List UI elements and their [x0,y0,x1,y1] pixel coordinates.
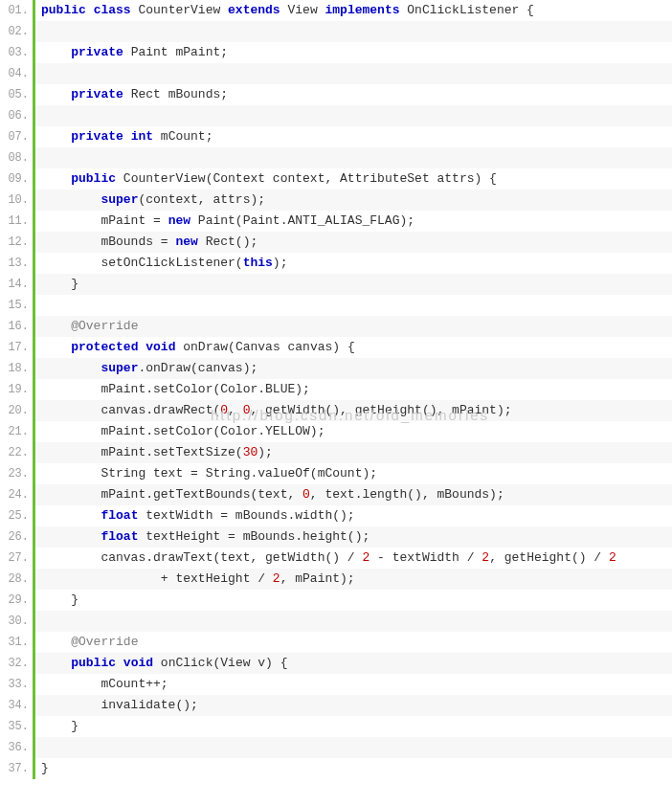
code-line [35,611,672,632]
code-line [35,21,672,42]
token-kw: super [101,192,138,207]
token-txt [41,171,71,186]
code-line: float textHeight = mBounds.height(); [35,526,672,548]
token-kw: float [101,508,138,523]
line-number: 29. [0,590,29,611]
line-number: 23. [0,463,29,484]
token-txt: CounterView [131,3,228,17]
token-txt: Rect mBounds; [123,87,228,101]
token-txt [41,529,101,544]
token-txt [41,635,71,649]
token-num: 2 [482,550,489,565]
token-num: 0 [220,403,228,417]
token-txt: , getHeight() / [489,550,609,565]
token-kw: private [71,45,123,59]
code-line: super.onDraw(canvas); [35,358,672,379]
line-number: 08. [0,147,29,168]
line-number: 13. [0,253,29,274]
token-kw: implements [325,3,399,17]
code-line: @Override [35,632,672,653]
line-number: 15. [0,295,29,316]
token-txt: + textHeight / [41,571,273,586]
token-txt: OnClickListener { [400,3,534,17]
code-line: } [35,590,672,611]
line-number: 19. [0,379,29,400]
token-kw: class [94,3,131,17]
token-kw: new [175,235,197,249]
token-num: 2 [609,550,616,565]
token-kw: float [101,529,138,544]
token-annot: @Override [71,319,138,333]
token-txt: textWidth = mBounds.width(); [138,508,354,523]
token-txt: (context, attrs); [138,192,265,207]
code-line: private int mCount; [35,126,672,147]
code-line: String text = String.valueOf(mCount); [35,463,672,484]
code-line: mCount++; [35,674,672,695]
code-line: mPaint = new Paint(Paint.ANTI_ALIAS_FLAG… [35,211,672,232]
line-number: 31. [0,632,29,653]
token-txt [86,3,94,17]
token-txt [123,129,131,144]
token-txt [41,129,71,144]
token-txt: ); [273,256,288,270]
code-line: setOnClickListener(this); [35,253,672,274]
token-txt [41,319,71,333]
code-line: protected void onDraw(Canvas canvas) { [35,337,672,358]
token-kw: super [101,361,138,375]
token-txt [41,45,71,59]
line-number: 35. [0,716,29,737]
code-line: private Rect mBounds; [35,84,672,105]
token-txt: String text = String.valueOf(mCount); [41,466,377,481]
token-txt: } [41,761,49,775]
token-txt: View [280,3,325,17]
code-line: public class CounterView extends View im… [35,0,672,21]
code-line [35,295,672,316]
token-kw: private [71,129,123,144]
token-txt [41,361,101,375]
token-txt [116,656,123,670]
line-number: 06. [0,105,29,126]
line-number: 16. [0,316,29,337]
line-number: 10. [0,190,29,211]
token-kw: this [243,256,273,270]
token-txt [41,87,71,101]
code-line [35,737,672,758]
line-number: 37. [0,758,29,779]
code-line: + textHeight / 2, mPaint); [35,569,672,590]
line-number: 24. [0,484,29,505]
token-txt: setOnClickListener( [41,256,243,270]
line-number: 33. [0,674,29,695]
code-line: mPaint.getTextBounds(text, 0, text.lengt… [35,484,672,505]
token-kw: new [168,213,190,228]
token-txt: canvas.drawRect( [41,403,220,417]
token-txt: onDraw(Canvas canvas) { [175,340,354,354]
code-line: mPaint.setColor(Color.YELLOW); [35,421,672,442]
line-number: 11. [0,211,29,232]
line-number: 25. [0,505,29,526]
line-number: 30. [0,611,29,632]
code-line: invalidate(); [35,695,672,716]
token-txt [41,192,101,207]
token-txt: mBounds = [41,235,175,249]
token-txt: mCount; [153,129,213,144]
token-kw: int [131,129,153,144]
token-kw: extends [228,3,280,17]
code-line: private Paint mPaint; [35,42,672,63]
token-txt: } [41,277,78,291]
line-number-gutter: 01.02.03.04.05.06.07.08.09.10.11.12.13.1… [0,0,33,779]
code-line [35,63,672,84]
token-kw: public [71,656,116,670]
token-kw: void [123,656,153,670]
code-line: } [35,758,672,779]
token-txt: , text.length(), mBounds); [310,487,504,502]
token-txt: mPaint = [41,213,168,228]
line-number: 14. [0,274,29,295]
line-number: 21. [0,421,29,442]
token-num: 0 [302,487,310,502]
line-number: 28. [0,569,29,590]
line-number: 03. [0,42,29,63]
token-txt: textHeight = mBounds.height(); [138,529,370,544]
token-txt: mCount++; [41,677,168,691]
token-num: 30 [243,445,258,459]
line-number: 17. [0,337,29,358]
